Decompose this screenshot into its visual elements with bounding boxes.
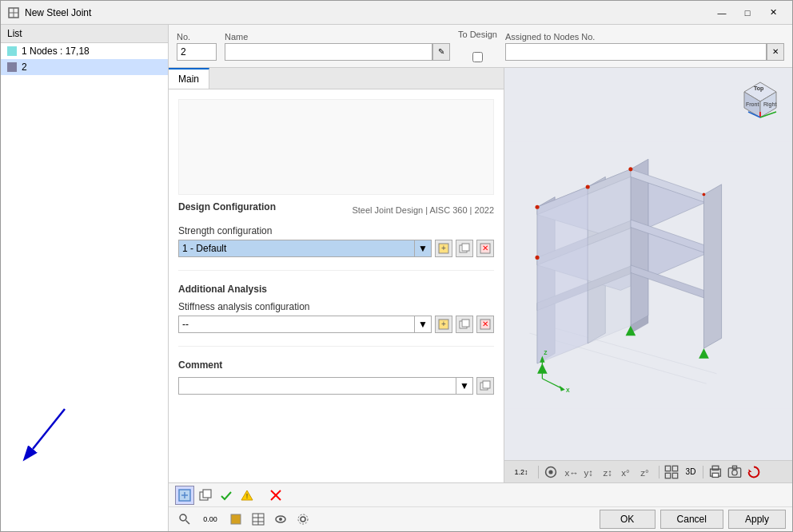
svg-rect-68	[665, 466, 670, 470]
stiffness-copy-button[interactable]	[456, 316, 473, 333]
close-button[interactable]: ✕	[760, 1, 786, 25]
duplicate-button[interactable]	[196, 486, 215, 505]
search-button[interactable]	[175, 510, 194, 529]
svg-text:Right: Right	[763, 101, 776, 108]
eye-button[interactable]	[271, 510, 290, 529]
svg-point-40	[628, 167, 632, 171]
ok-button[interactable]: OK	[600, 510, 656, 529]
reset-view-button[interactable]	[745, 464, 763, 480]
stiffness-add-button[interactable]: +	[435, 316, 452, 333]
list-header: List	[1, 25, 168, 43]
display-button[interactable]: 3D	[682, 464, 699, 480]
apply-button[interactable]: Apply	[728, 510, 786, 529]
to-design-checkbox[interactable]	[472, 52, 483, 62]
comment-title: Comment	[178, 359, 494, 371]
nav-cube[interactable]: Top Front Right	[736, 76, 784, 126]
svg-point-38	[536, 205, 540, 209]
separator	[538, 466, 539, 478]
svg-text:Z: Z	[544, 350, 548, 355]
name-edit-button[interactable]: ✎	[432, 43, 450, 61]
svg-marker-30	[631, 159, 648, 325]
assigned-clear-button[interactable]: ✕	[767, 43, 784, 61]
section-header: Design Configuration Steel Joint Design …	[178, 201, 494, 219]
analysis-title: Additional Analysis	[178, 284, 494, 295]
strength-copy-button[interactable]	[456, 240, 473, 257]
svg-rect-69	[672, 466, 677, 470]
zoom-level-button[interactable]: 1.2↕	[508, 464, 535, 480]
viewport[interactable]: Z X	[504, 68, 792, 482]
view-x-button[interactable]: x↔	[561, 464, 579, 480]
view-y-button[interactable]: y↕	[580, 464, 598, 480]
list-item[interactable]: 2	[1, 59, 168, 75]
warning-button[interactable]: !	[237, 486, 257, 505]
svg-point-42	[703, 193, 706, 197]
action-toolbar: !	[169, 483, 792, 507]
new-joint-button[interactable]	[175, 486, 194, 505]
status-left: 0.00	[175, 510, 313, 529]
decimal-button[interactable]: 0.00	[197, 510, 223, 529]
stiffness-row: -- ▼ + ✕	[178, 316, 494, 333]
svg-point-76	[732, 470, 737, 474]
list-items: 1 Nodes : 17,18 2	[1, 43, 168, 288]
strength-row: 1 - Default ▼ + ✕	[178, 240, 494, 257]
delete-button[interactable]	[266, 486, 285, 505]
screenshot-button[interactable]	[726, 464, 743, 480]
svg-rect-83	[203, 490, 211, 498]
verify-button[interactable]	[217, 486, 236, 505]
to-design-label: To Design	[458, 30, 497, 39]
3d-scene: Z X	[504, 68, 792, 482]
tab-bar: Main	[169, 68, 504, 89]
tab-main[interactable]: Main	[169, 68, 209, 89]
design-config-section: Design Configuration Steel Joint Design …	[178, 201, 494, 271]
print-button[interactable]	[707, 464, 724, 480]
color-button[interactable]	[226, 510, 245, 529]
comment-copy-button[interactable]	[476, 377, 494, 395]
comment-section: Comment ▼	[178, 359, 494, 395]
content-split: Main Design Configuration Steel Joint De…	[169, 68, 792, 482]
maximize-button[interactable]: □	[735, 1, 760, 25]
strength-dropdown[interactable]: 1 - Default ▼	[178, 240, 432, 257]
main-window: New Steel Joint — □ ✕ List 1 Nodes : 17,…	[0, 0, 793, 532]
chevron-down-icon: ▼	[414, 240, 431, 256]
stiffness-label: Stiffness analysis configuration	[178, 301, 494, 312]
rotate-z-button[interactable]: z°	[638, 464, 656, 480]
rotate-x-button[interactable]: x°	[619, 464, 636, 480]
svg-rect-8	[462, 244, 469, 251]
svg-rect-70	[665, 473, 670, 478]
svg-rect-90	[231, 514, 241, 524]
cancel-button[interactable]: Cancel	[660, 510, 723, 529]
app-icon	[7, 6, 20, 19]
name-label: Name	[225, 32, 450, 42]
view-mode-button[interactable]	[542, 464, 560, 480]
comment-dropdown[interactable]: ▼	[178, 377, 473, 395]
strength-add-button[interactable]: +	[435, 240, 452, 257]
no-label: No.	[177, 32, 217, 42]
assigned-input[interactable]	[505, 43, 767, 61]
name-input[interactable]	[225, 43, 432, 61]
svg-text:y↕: y↕	[584, 468, 594, 478]
settings-button[interactable]	[293, 510, 313, 529]
viewport-toolbar: 1.2↕ x↔ y↕ z↕	[504, 460, 792, 482]
assigned-label: Assigned to Nodes No.	[505, 32, 784, 42]
window-controls: — □ ✕	[709, 1, 786, 25]
grid-button[interactable]	[663, 464, 680, 480]
svg-text:+: +	[441, 244, 446, 252]
svg-text:z↕: z↕	[604, 468, 613, 478]
strength-remove-button[interactable]: ✕	[476, 240, 494, 257]
svg-point-41	[536, 256, 540, 260]
table-button[interactable]	[249, 510, 268, 529]
main-content: List 1 Nodes : 17,18 2	[1, 25, 792, 531]
svg-line-4	[33, 409, 65, 449]
no-input[interactable]	[177, 43, 217, 61]
list-item[interactable]: 1 Nodes : 17,18	[1, 43, 168, 59]
minimize-button[interactable]: —	[709, 1, 735, 25]
svg-text:✕: ✕	[482, 320, 488, 328]
dialog-buttons: OK Cancel Apply	[600, 510, 786, 529]
view-z-button[interactable]: z↕	[600, 464, 617, 480]
svg-point-62	[548, 470, 552, 474]
props-panel: Main Design Configuration Steel Joint De…	[169, 68, 504, 482]
svg-rect-71	[672, 473, 677, 478]
stiffness-dropdown[interactable]: -- ▼	[178, 316, 432, 333]
stiffness-remove-button[interactable]: ✕	[476, 316, 494, 333]
design-config-title: Design Configuration	[178, 201, 276, 212]
